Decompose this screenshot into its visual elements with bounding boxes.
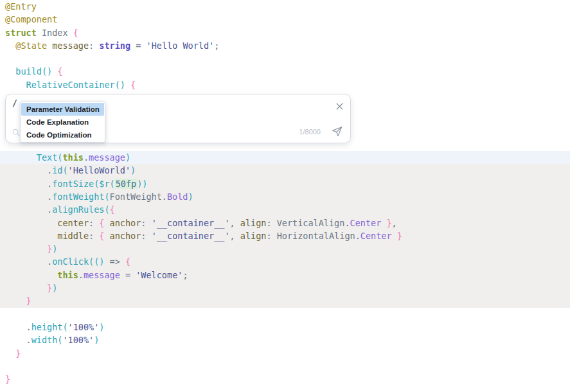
code-token — [5, 40, 15, 51]
code-token: ) — [99, 322, 104, 332]
code-line[interactable]: @Entry — [0, 0, 570, 13]
code-line[interactable]: .height('100%') — [0, 321, 570, 334]
code-token: this — [62, 152, 84, 163]
code-token: Center — [361, 231, 392, 241]
code-block-top: @Entry@Componentstruct Index { @State me… — [0, 0, 570, 91]
code-token: ) — [130, 165, 136, 175]
code-token: . — [5, 322, 31, 332]
ai-input-typed-text[interactable]: / — [12, 96, 17, 109]
code-token: . — [5, 204, 52, 215]
code-token: Bold — [167, 192, 188, 202]
code-token: ) — [94, 335, 99, 345]
code-token: { — [52, 66, 62, 76]
code-token: , — [392, 218, 397, 228]
menu-item-code-optimization[interactable]: Code Optimization — [21, 129, 104, 141]
code-token: FontWeight. — [110, 192, 167, 202]
code-line[interactable]: center: { anchor: '__container__', align… — [0, 217, 570, 229]
command-dropdown-menu: Parameter ValidationCode ExplanationCode… — [20, 102, 105, 143]
code-token: anchor — [104, 231, 141, 241]
send-icon[interactable] — [331, 125, 343, 138]
code-token: ) — [125, 152, 130, 163]
code-token: : — [89, 231, 99, 241]
code-token: ; — [183, 270, 188, 280]
code-token: . — [84, 152, 89, 163]
code-line[interactable] — [0, 360, 570, 373]
code-token: 'Welcome' — [136, 270, 183, 280]
code-token: Text( — [5, 152, 62, 163]
code-token: struct — [5, 28, 37, 38]
code-token: } — [5, 296, 31, 306]
code-token: fontWeight( — [52, 192, 109, 202]
code-line[interactable]: RelativeContainer() { — [0, 78, 570, 91]
menu-item-code-explanation[interactable]: Code Explanation — [21, 116, 104, 129]
code-token: '__container__' — [152, 218, 230, 228]
code-token: anchor — [104, 218, 141, 228]
code-token: } — [5, 283, 52, 293]
code-token: RelativeContainer() — [5, 80, 125, 90]
code-line[interactable]: }) — [0, 242, 570, 255]
code-line[interactable]: .id('HelloWorld') — [0, 164, 570, 177]
code-token: } — [5, 374, 10, 384]
code-token: middle — [5, 231, 89, 241]
code-line[interactable]: .fontSize($r(50fp)) — [0, 177, 570, 190]
code-line[interactable]: @Component — [0, 13, 570, 26]
code-line[interactable]: build() { — [0, 65, 570, 78]
code-token: '100%' — [68, 322, 100, 332]
code-token: { — [73, 28, 78, 38]
code-line[interactable]: Text(this.message) — [0, 151, 570, 164]
code-token: : — [266, 231, 276, 241]
menu-item-parameter-validation[interactable]: Parameter Validation — [21, 103, 104, 116]
code-token: ) — [52, 283, 57, 293]
code-token: . — [78, 270, 84, 280]
code-token: . — [5, 335, 31, 345]
code-token: ) — [52, 244, 57, 254]
code-token: height( — [31, 322, 68, 332]
code-token: => — [104, 256, 125, 267]
code-line[interactable]: this.message = 'Welcome'; — [0, 269, 570, 281]
code-token: @Component — [5, 14, 57, 24]
code-token: : — [89, 40, 99, 51]
code-line[interactable]: struct Index { — [0, 26, 570, 39]
code-token: , — [230, 218, 240, 228]
code-line[interactable] — [0, 52, 570, 65]
code-line[interactable]: } — [0, 347, 570, 360]
code-line[interactable]: .fontWeight(FontWeight.Bold) — [0, 190, 570, 203]
code-token: string — [99, 40, 130, 51]
code-token: message — [89, 152, 125, 163]
code-token: Center — [350, 218, 382, 228]
code-token: } — [5, 244, 52, 254]
code-token: = — [130, 40, 146, 51]
code-line[interactable]: @State message: string = 'Hello World'; — [0, 39, 570, 52]
code-token: } — [381, 218, 391, 228]
code-token: message — [84, 270, 120, 280]
code-token: ; — [214, 40, 219, 51]
code-line[interactable]: .alignRules({ — [0, 203, 570, 216]
code-line[interactable] — [0, 308, 570, 321]
code-token: @Entry — [5, 1, 37, 12]
close-icon[interactable] — [335, 102, 344, 111]
code-token: { — [110, 204, 115, 215]
code-token: VerticalAlign. — [277, 218, 350, 228]
code-line[interactable]: .width('100%') — [0, 334, 570, 346]
search-icon — [12, 128, 21, 137]
code-line[interactable]: } — [0, 373, 570, 386]
code-line[interactable]: } — [0, 294, 570, 307]
code-token: : — [89, 218, 99, 228]
code-token: : — [141, 218, 151, 228]
code-token: alignRules( — [52, 204, 109, 215]
code-token: { — [125, 256, 130, 267]
char-counter: 1/8000 — [299, 128, 321, 136]
code-line[interactable]: .onClick(() => { — [0, 255, 570, 268]
ai-inline-chat-popup[interactable]: / 1/8000 Parameter ValidationCode Explan… — [5, 94, 351, 143]
code-token: : — [266, 218, 276, 228]
code-token: build() — [5, 66, 52, 76]
code-line[interactable]: middle: { anchor: '__container__', align… — [0, 229, 570, 242]
code-token: @State — [15, 40, 47, 51]
code-token: . — [5, 165, 52, 175]
code-token: . — [5, 179, 52, 189]
code-token: = — [120, 270, 136, 280]
code-line[interactable]: }) — [0, 281, 570, 294]
code-token: this — [5, 270, 78, 280]
code-token: '100%' — [62, 335, 94, 345]
code-token: 50fp — [115, 179, 138, 189]
